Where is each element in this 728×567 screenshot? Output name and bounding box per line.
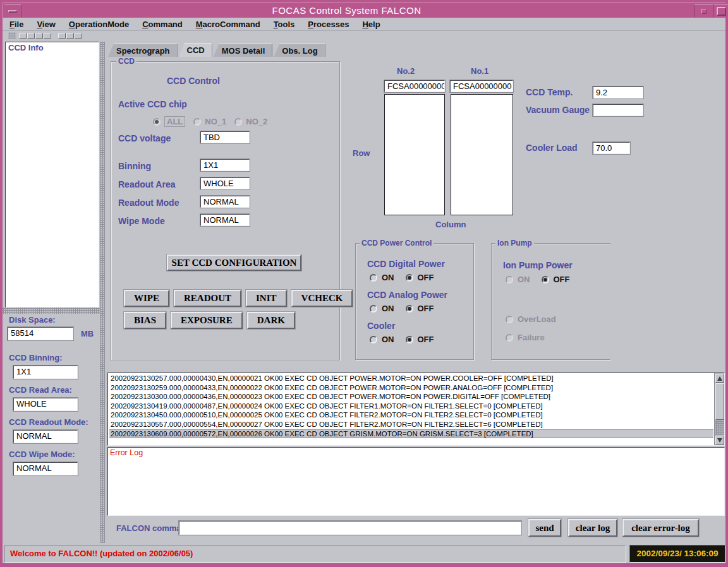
maximize-button[interactable]: [713, 4, 728, 18]
log-line[interactable]: 20020923130450.000,00000510,EN,00000025 …: [109, 410, 713, 420]
power-item-label: CCD Analog Power: [367, 290, 447, 300]
ccd-chip-radio[interactable]: NO_2: [234, 116, 267, 127]
toolbar-button-icon[interactable]: [44, 33, 51, 39]
reading-row: Vacuum Gauge: [526, 104, 728, 117]
menu-item[interactable]: View: [37, 20, 55, 29]
ccd-config-value[interactable]: TBD: [200, 131, 250, 143]
ccd-action-button[interactable]: EXPOSURE: [171, 312, 243, 329]
ion-pump-failure-radio[interactable]: Failure: [506, 333, 545, 342]
reading-value[interactable]: 70.0: [593, 142, 630, 154]
command-log-list: 20020923130257.000,00000430,EN,00000021 …: [107, 373, 725, 446]
sidebar-field-label: CCD Binning:: [9, 353, 96, 362]
sidebar-field-value[interactable]: NORMAL: [13, 430, 78, 443]
menu-item[interactable]: Command: [142, 20, 183, 29]
disk-space-label: Disk Space:: [9, 315, 56, 325]
send-button[interactable]: send: [528, 519, 561, 537]
log-line[interactable]: 20020923130259.000,00000433,EN,00000022 …: [109, 383, 713, 393]
clear-error-log-button[interactable]: clear error-log: [622, 519, 699, 537]
sidebar-field-value[interactable]: 1X1: [13, 366, 78, 379]
ccd-config-label: Wipe Mode: [118, 216, 165, 226]
menu-item[interactable]: OperationMode: [69, 20, 129, 29]
toolbar-button-icon[interactable]: [19, 33, 27, 39]
command-log-lines: 20020923130257.000,00000430,EN,00000021 …: [109, 374, 713, 445]
clear-log-button[interactable]: clear log: [568, 519, 617, 537]
falcon-command-input[interactable]: [179, 521, 521, 535]
tab[interactable]: Spectrograph: [108, 44, 178, 57]
reading-value[interactable]: 9.2: [593, 87, 643, 98]
sidebar-field-value[interactable]: WHOLE: [13, 398, 78, 411]
power-on-radio[interactable]: ON: [370, 335, 394, 344]
error-log-title: Error Log: [110, 448, 143, 457]
log-line[interactable]: 20020923130557.000,00000554,EN,00000027 …: [109, 420, 713, 429]
tab[interactable]: MOS Detail: [214, 44, 273, 57]
column-axis-label: Column: [435, 220, 466, 229]
ccd-config-value[interactable]: NORMAL: [200, 214, 250, 226]
radio-icon: [234, 118, 242, 126]
menu-item[interactable]: Processes: [308, 20, 349, 29]
toolbar-button-icon[interactable]: [27, 33, 35, 39]
ccd-action-button[interactable]: WIPE: [124, 290, 169, 307]
scroll-up-icon[interactable]: [715, 374, 724, 383]
log-line[interactable]: 20020923130257.000,00000430,EN,00000021 …: [109, 374, 713, 383]
vertical-sash[interactable]: [100, 42, 105, 543]
radio-icon: [506, 316, 513, 323]
menu-item[interactable]: MacroCommand: [196, 20, 260, 29]
radio-icon: [406, 336, 413, 343]
ccd-config-row: CCD voltage TBD: [118, 131, 333, 149]
power-on-radio[interactable]: ON: [370, 304, 394, 313]
ccd-chip-radio[interactable]: ALL: [153, 116, 185, 127]
sidebar-field-value[interactable]: NORMAL: [13, 462, 78, 475]
radio-icon: [193, 118, 201, 126]
toolbar-button-icon[interactable]: [75, 33, 82, 39]
scrollbar-thumb[interactable]: [715, 383, 724, 420]
minimize-button[interactable]: [694, 4, 713, 18]
toolbar-button-icon[interactable]: [35, 33, 43, 39]
menu-item[interactable]: Help: [362, 20, 380, 29]
ccd-group-title: CCD: [116, 57, 136, 66]
sidebar-field-label: CCD Wipe Mode:: [9, 450, 96, 459]
ccd-config-value[interactable]: WHOLE: [200, 177, 250, 189]
ccd-action-button[interactable]: READOUT: [174, 290, 241, 307]
tab[interactable]: CCD: [179, 43, 212, 57]
log-line[interactable]: 20020923130419.000,00000487,EN,00000024 …: [109, 402, 713, 411]
toolbar-grip-icon[interactable]: [8, 32, 16, 39]
horizontal-sash[interactable]: [3, 307, 100, 314]
toolbar-button-icon[interactable]: [58, 33, 66, 39]
ion-pump-groupbox: Ion Pump Ion Pump Power ON OFF OverLoad …: [491, 243, 610, 360]
ccd-action-button[interactable]: DARK: [247, 312, 295, 329]
ion-pump-on-radio[interactable]: ON: [506, 275, 530, 284]
ccd-action-button[interactable]: VCHECK: [291, 290, 353, 307]
tab[interactable]: Obs. Log: [274, 44, 325, 57]
reading-label: CCD Temp.: [526, 87, 573, 97]
power-off-radio[interactable]: OFF: [406, 304, 434, 313]
sidebar-field-label: CCD Readout Mode:: [9, 417, 96, 427]
disk-space-field[interactable]: 58514: [8, 327, 73, 340]
ion-pump-off-radio[interactable]: OFF: [542, 275, 570, 284]
chip-no2-id-field[interactable]: FCSA00000000: [384, 80, 445, 92]
chip-no1-id-field[interactable]: FCSA00000000: [450, 80, 513, 92]
menu-item[interactable]: Tools: [274, 20, 295, 29]
power-off-radio[interactable]: OFF: [406, 273, 434, 282]
ccd-action-button[interactable]: BIAS: [124, 312, 166, 329]
reading-value[interactable]: [593, 104, 643, 116]
set-ccd-configuration-button[interactable]: SET CCD CONFIGURATION: [167, 254, 301, 271]
scrollbar-track[interactable]: [715, 421, 724, 435]
scroll-down-icon[interactable]: [715, 436, 724, 445]
tab-bar: SpectrographCCDMOS DetailObs. Log: [108, 43, 325, 57]
log-line[interactable]: 20020923130300.000,00000436,EN,00000023 …: [109, 392, 713, 402]
radio-icon: [542, 276, 549, 284]
ion-pump-overload-radio[interactable]: OverLoad: [506, 314, 556, 324]
radio-icon: [506, 334, 513, 342]
ccd-config-value[interactable]: NORMAL: [200, 196, 250, 208]
power-on-radio[interactable]: ON: [370, 273, 394, 282]
log-scrollbar[interactable]: [714, 373, 724, 445]
disk-space-unit: MB: [81, 329, 94, 338]
ccd-action-button[interactable]: INIT: [246, 290, 287, 307]
menu-item[interactable]: File: [9, 20, 23, 29]
ccd-config-value[interactable]: 1X1: [200, 159, 250, 171]
toolbar-button-icon[interactable]: [66, 33, 74, 39]
ccd-chip-radio[interactable]: NO_1: [193, 116, 226, 127]
power-off-radio[interactable]: OFF: [406, 335, 434, 344]
ccd-info-title: CCD Info: [8, 43, 44, 52]
log-line[interactable]: 20020923130609.000,00000572,EN,00000026 …: [109, 429, 713, 439]
